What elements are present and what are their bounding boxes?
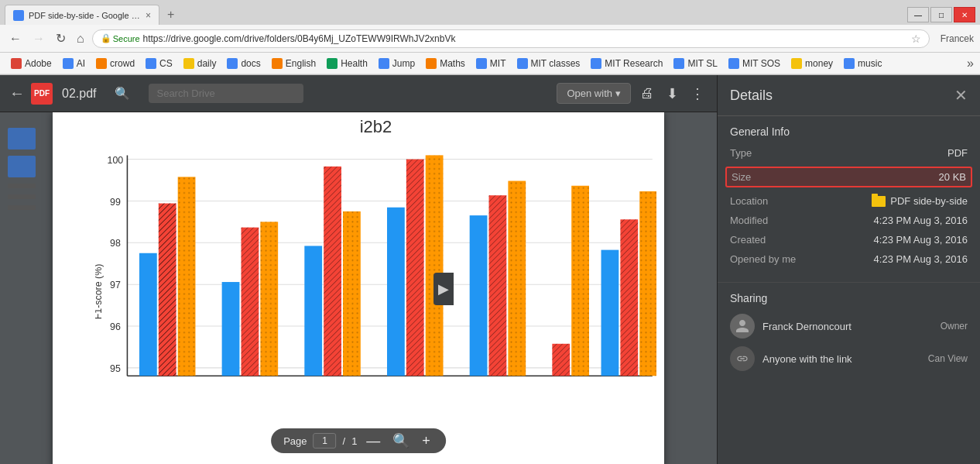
zoom-icon-button[interactable]: 🔍	[389, 432, 413, 449]
bookmark-icon	[517, 58, 528, 69]
lock-icon: 🔒	[101, 33, 111, 43]
bookmark-mit-sl[interactable]: MIT SL	[669, 57, 721, 70]
chart-wrapper: i2b2 100 99 98 97 96 95 F1-score (%)	[53, 112, 664, 464]
owner-role: Owner	[941, 321, 968, 332]
bookmark-crowd[interactable]: crowd	[91, 57, 139, 70]
svg-rect-37	[242, 227, 259, 376]
open-with-chevron-icon: ▾	[615, 88, 621, 99]
page-number-input[interactable]	[314, 433, 337, 449]
svg-rect-26	[470, 215, 488, 376]
svg-text:96: 96	[110, 321, 121, 332]
more-options-button[interactable]: ⋮	[687, 82, 708, 105]
maximize-button[interactable]: □	[930, 7, 952, 22]
tab-favicon	[13, 10, 24, 21]
svg-rect-42	[620, 219, 638, 376]
home-button[interactable]: ⌂	[74, 30, 87, 47]
opened-label: Opened by me	[730, 253, 796, 265]
bookmark-daily[interactable]: daily	[179, 57, 221, 70]
bookmark-mit-classes[interactable]: MIT classes	[512, 57, 585, 70]
bookmark-mit-sos[interactable]: MIT SOS	[724, 57, 785, 70]
zoom-in-button[interactable]: +	[419, 433, 433, 449]
svg-rect-47	[508, 180, 526, 376]
location-value: PDF side-by-side	[872, 195, 968, 207]
location-text: PDF side-by-side	[890, 195, 968, 207]
back-button[interactable]: ←	[6, 30, 25, 47]
bookmark-star-icon[interactable]: ☆	[911, 33, 921, 45]
bookmark-maths[interactable]: Maths	[421, 57, 470, 70]
refresh-button[interactable]: ↻	[53, 29, 69, 47]
svg-rect-49	[639, 191, 656, 376]
active-tab[interactable]: PDF side-by-side - Google D... ×	[5, 5, 159, 25]
bookmark-icon	[146, 58, 156, 69]
page-separator: /	[343, 435, 346, 447]
zoom-out-button[interactable]: —	[363, 433, 383, 449]
bookmark-icon	[791, 58, 802, 69]
owner-name: Franck Dernoncourt	[762, 321, 852, 332]
svg-rect-39	[406, 159, 424, 376]
address-bar: ← → ↻ ⌂ 🔒 Secure https://drive.google.co…	[0, 25, 980, 53]
tab-title: PDF side-by-side - Google D...	[29, 11, 141, 20]
expand-panel-button[interactable]: ▶	[433, 273, 454, 305]
bookmark-cs[interactable]: CS	[141, 57, 177, 70]
bookmark-jump[interactable]: Jump	[374, 57, 420, 70]
bookmark-icon	[63, 58, 74, 69]
svg-rect-38	[324, 166, 341, 375]
bookmark-music[interactable]: music	[839, 57, 886, 70]
link-sharing-role: Can View	[928, 353, 968, 364]
bookmark-ai[interactable]: AI	[58, 57, 90, 70]
bookmark-icon	[844, 58, 855, 69]
chart-title: i2b2	[95, 117, 656, 137]
browser-chrome: PDF side-by-side - Google D... × + — □ ✕…	[0, 0, 980, 75]
address-input-container[interactable]: 🔒 Secure https://drive.google.com/drive/…	[92, 29, 930, 48]
svg-rect-45	[343, 211, 361, 375]
svg-rect-48	[571, 185, 589, 375]
svg-text:F1-score (%): F1-score (%)	[95, 263, 104, 319]
bookmark-english[interactable]: English	[267, 57, 320, 70]
print-button[interactable]: 🖨	[637, 82, 657, 105]
back-to-drive-button[interactable]: ←	[9, 84, 25, 102]
bookmark-icon	[728, 58, 739, 69]
bar	[139, 253, 157, 375]
panel-close-button[interactable]: ✕	[954, 86, 968, 105]
bookmark-icon	[96, 58, 107, 69]
svg-rect-31	[601, 249, 619, 376]
forward-button[interactable]: →	[29, 30, 48, 47]
new-tab-button[interactable]: +	[163, 8, 179, 22]
pdf-file-icon: PDF	[31, 83, 53, 105]
more-bookmarks-button[interactable]: »	[967, 57, 974, 70]
modified-label: Modified	[730, 215, 792, 226]
bookmark-adobe[interactable]: Adobe	[6, 57, 57, 70]
bookmark-docs[interactable]: docs	[222, 57, 265, 70]
bookmark-icon	[272, 58, 283, 69]
thumbnail-item	[8, 205, 36, 210]
bookmark-icon	[227, 58, 238, 69]
svg-rect-20	[304, 246, 322, 376]
left-strip	[0, 112, 43, 464]
tab-close-button[interactable]: ×	[146, 10, 151, 21]
svg-text:95: 95	[110, 363, 121, 374]
location-label: Location	[730, 195, 792, 207]
bookmark-mit-research[interactable]: MIT Research	[586, 57, 667, 70]
bookmark-money[interactable]: money	[786, 57, 838, 70]
download-button[interactable]: ⬇	[663, 82, 681, 105]
minimize-button[interactable]: —	[907, 7, 929, 22]
page-label: Page	[283, 435, 307, 447]
owner-user-row: Franck Dernoncourt Owner	[730, 314, 968, 339]
size-row: Size 20 KB	[725, 167, 972, 187]
size-value: 20 KB	[939, 171, 966, 183]
user-avatar	[730, 314, 755, 339]
open-with-button[interactable]: Open with ▾	[557, 83, 631, 104]
pdf-page-area: i2b2 100 99 98 97 96 95 F1-score (%)	[0, 112, 717, 464]
type-value: PDF	[947, 147, 968, 159]
link-sharing-label: Anyone with the link	[762, 353, 852, 365]
chart-svg: 100 99 98 97 96 95 F1-score (%)	[95, 141, 656, 442]
bookmark-icon	[183, 58, 194, 69]
sharing-title: Sharing	[730, 292, 968, 304]
tab-bar: PDF side-by-side - Google D... × + — □ ✕	[0, 0, 980, 25]
bookmark-mit[interactable]: MIT	[471, 57, 511, 70]
modified-row: Modified 4:23 PM Aug 3, 2016	[730, 215, 968, 226]
panel-header: Details ✕	[718, 75, 980, 116]
bookmark-health[interactable]: Health	[322, 57, 372, 70]
search-input[interactable]	[149, 84, 303, 103]
close-button[interactable]: ✕	[954, 7, 975, 22]
